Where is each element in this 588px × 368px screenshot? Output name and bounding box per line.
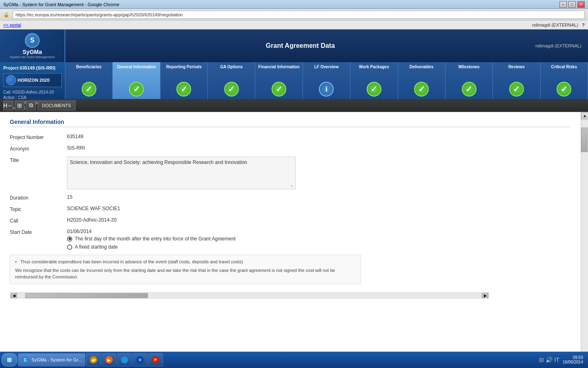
beneficiaries-check-icon: ✓ — [82, 82, 96, 96]
content-area: General Information Project Number 63514… — [0, 112, 581, 368]
duration-label: Duration — [10, 194, 67, 201]
taskbar-right: ⊟ 🔊 IT 09:50 16/06/2014 — [539, 355, 586, 364]
start-date-options: The first day of the month after the ent… — [67, 236, 236, 250]
financial-check-icon: ✓ — [272, 82, 286, 96]
acronym-label: Acronym — [10, 145, 67, 152]
nav-back-button[interactable]: H← — [3, 101, 13, 110]
call-info: Call: H2020-Adhoc-2014-20 — [3, 90, 62, 94]
tab-general-information[interactable]: General Information ✓ — [113, 62, 160, 99]
powerpoint-icon: P — [152, 356, 159, 364]
tab-financial-information[interactable]: Financial Information ✓ — [255, 62, 303, 99]
media-icon: ▶ — [105, 356, 113, 364]
tab-work-packages[interactable]: Work Packages ✓ — [350, 62, 398, 99]
battery-icon: IT — [554, 357, 559, 363]
notice-text-1: Thus considerable expenditure has been i… — [20, 259, 243, 264]
scroll-left-btn[interactable]: ◀ — [11, 293, 17, 298]
scroll-right-btn[interactable]: ▶ — [482, 293, 488, 298]
tab-critical-risks[interactable]: Critical Risks ✓ — [541, 62, 588, 99]
tab-milestones[interactable]: Milestones ✓ — [445, 62, 493, 99]
tab-beneficiaries[interactable]: Beneficiaries ✓ — [65, 62, 113, 99]
portal-link[interactable]: << portal — [3, 22, 21, 27]
scroll-up-btn[interactable]: ▲ — [581, 112, 588, 119]
milestones-check-icon: ✓ — [462, 82, 477, 96]
taskbar-chrome[interactable]: C SyGMa - System for Gr... — [18, 353, 85, 366]
project-nav-bar: Project 635149 (SIS-RRI) HORIZON 2020 Ca… — [0, 62, 588, 99]
deliverables-check-icon: ✓ — [414, 82, 429, 96]
title-textarea[interactable]: Science, Innovation and Society: achievi… — [67, 157, 296, 189]
logo-area: S SyGMa System for Grant Management — [0, 29, 65, 62]
tab-ga-options[interactable]: GA Options ✓ — [208, 62, 255, 99]
volume-icon: 🔊 — [546, 357, 552, 363]
browser2-icon: 🌐 — [121, 356, 128, 364]
radio-option-2[interactable]: A fixed starting date — [67, 244, 236, 250]
radio-dot-1 — [67, 236, 72, 242]
call-value: H2020-Adhoc-2014-20 — [67, 217, 116, 223]
window-controls: ─ □ ✕ — [559, 1, 585, 8]
tab-reviews-label: Reviews — [508, 65, 525, 70]
call-row: Call H2020-Adhoc-2014-20 — [10, 217, 571, 224]
notice-box: • Thus considerable expenditure has been… — [10, 255, 361, 284]
radio-option-1[interactable]: The first day of the month after the ent… — [67, 236, 236, 242]
maximize-button[interactable]: □ — [568, 1, 576, 8]
portal-bar: << portal ndimagdi (EXTERNAL) ? — [0, 20, 588, 29]
title-bar: SyGMa - System for Grant Management - Go… — [0, 0, 588, 9]
horizon-text: HORIZON 2020 — [18, 78, 49, 83]
outlook-icon: O — [136, 356, 144, 364]
user-area: ndimagdi (EXTERNAL) ? — [532, 22, 585, 27]
taskbar: ⊞ C SyGMa - System for Gr... 📁 ▶ 🌐 O P — [0, 352, 588, 368]
start-date-row: Start Date 01/06/2014 The first day of t… — [10, 229, 571, 250]
topic-row: Topic SCIENCE WAF SOCIE1 — [10, 206, 571, 212]
tab-lf-overview[interactable]: LF Overview i — [303, 62, 350, 99]
username: ndimagdi (EXTERNAL) — [532, 22, 578, 27]
header-user: ndimagdi (EXTERNAL) — [535, 43, 588, 48]
toolbar: H← ⊞ ⧉ DOCUMENTS — [0, 99, 588, 112]
url-input[interactable] — [13, 11, 585, 19]
copy-button[interactable]: ⧉ — [26, 101, 36, 110]
resize-handle-icon[interactable]: ⤡ — [290, 184, 295, 188]
windows-icon: ⊞ — [7, 357, 12, 363]
tab-reporting-periods[interactable]: Reporting Periods ✓ — [160, 62, 208, 99]
taskbar-powerpoint[interactable]: P — [148, 353, 163, 366]
close-button[interactable]: ✕ — [577, 1, 585, 8]
taskbar-outlook[interactable]: O — [133, 353, 147, 366]
network-icon: ⊟ — [539, 357, 544, 363]
project-number-value: 635149 — [67, 134, 83, 139]
h-scroll-thumb[interactable] — [25, 293, 148, 298]
notice-line2: We recognize that the costs can be incur… — [15, 267, 356, 280]
horizon-logo: HORIZON 2020 — [3, 73, 62, 87]
logo-icon: S — [25, 33, 40, 48]
project-info: Project 635149 (SIS-RRI) HORIZON 2020 Ca… — [0, 62, 65, 99]
lock-icon: 🔒 — [3, 12, 9, 18]
main-content: General Information Project Number 63514… — [0, 112, 588, 368]
start-button[interactable]: ⊞ — [2, 353, 17, 366]
scroll-thumb[interactable] — [581, 128, 588, 152]
help-link[interactable]: ? — [582, 22, 585, 27]
call-label: Call — [10, 217, 67, 224]
h-scrollbar[interactable]: ◀ ▶ — [10, 292, 489, 299]
general-info-check-icon: ✓ — [129, 82, 144, 96]
clock-time: 09:50 — [563, 355, 583, 360]
app-header: S SyGMa System for Grant Management Gran… — [0, 29, 588, 62]
taskbar-explorer[interactable]: 📁 — [86, 353, 101, 366]
explorer-icon: 📁 — [90, 356, 97, 364]
scroll-track — [581, 119, 588, 361]
taskbar-chrome-label: SyGMa - System for Gr... — [31, 357, 82, 362]
taskbar-media[interactable]: ▶ — [102, 353, 116, 366]
title-row: Title Science, Innovation and Society: a… — [10, 157, 571, 189]
logo-text: SyGMa — [22, 49, 42, 55]
taskbar-browser2[interactable]: 🌐 — [117, 353, 132, 366]
documents-button[interactable]: DOCUMENTS — [38, 101, 76, 110]
duration-row: Duration 15 — [10, 194, 571, 201]
grid-button[interactable]: ⊞ — [15, 101, 24, 110]
documents-label: DOCUMENTS — [42, 103, 71, 108]
project-number-row: Project Number 635149 — [10, 134, 571, 140]
address-bar: 🔒 — [0, 9, 588, 20]
minimize-button[interactable]: ─ — [559, 1, 567, 8]
tab-milestones-label: Milestones — [459, 65, 480, 70]
project-id: Project 635149 (SIS-RRI) — [3, 65, 62, 70]
critical-risks-check-icon: ✓ — [557, 82, 571, 96]
taskbar-system-icons: ⊟ 🔊 IT — [539, 357, 559, 363]
tab-deliverables[interactable]: Deliverables ✓ — [398, 62, 445, 99]
tab-ga-options-label: GA Options — [220, 65, 243, 70]
tab-reviews[interactable]: Reviews ✓ — [493, 62, 540, 99]
